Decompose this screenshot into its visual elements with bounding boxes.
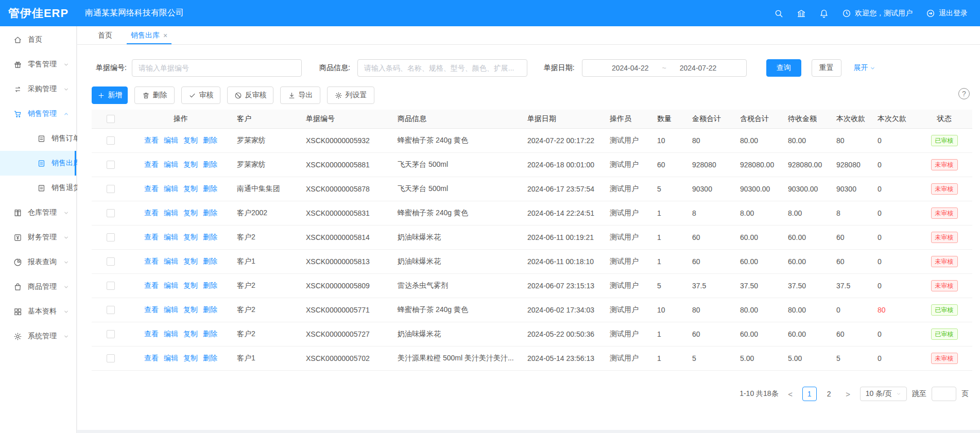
tab-sales-outbound[interactable]: 销售出库 × [122, 26, 177, 44]
sidebar-item-warehouse[interactable]: 仓库管理 [0, 200, 76, 225]
row-checkbox[interactable] [107, 257, 115, 266]
copy-link[interactable]: 复制 [183, 354, 198, 363]
table-row[interactable]: 查看 编辑 复制 删除 罗莱家纺 XSCK00000005932 蜂蜜柚子茶 2… [92, 128, 972, 152]
copy-link[interactable]: 复制 [183, 281, 198, 290]
reset-button[interactable]: 重置 [812, 59, 841, 77]
table-row[interactable]: 查看 编辑 复制 删除 客户2 XSCK00000005809 雷达杀虫气雾剂 … [92, 273, 972, 298]
sidebar-item-basic-data[interactable]: 基本资料 [0, 299, 76, 324]
table-row[interactable]: 查看 编辑 复制 删除 罗莱家纺 XSCK00000005881 飞天茅台 50… [92, 152, 972, 177]
sidebar-item-sales-return[interactable]: 销售退货 [0, 176, 76, 200]
sidebar-item-finance[interactable]: 财务管理 [0, 225, 76, 250]
logout-button[interactable]: 退出登录 [926, 9, 968, 18]
column-settings-button[interactable]: 列设置 [327, 86, 374, 104]
delete-link[interactable]: 删除 [203, 257, 217, 266]
view-link[interactable]: 查看 [144, 330, 159, 339]
bill-no-input[interactable] [132, 59, 302, 77]
bank-icon[interactable] [797, 9, 806, 18]
table-row[interactable]: 查看 编辑 复制 删除 客户2002 XSCK00000005831 蜂蜜柚子茶… [92, 201, 972, 225]
copy-link[interactable]: 复制 [183, 209, 198, 218]
sidebar-item-sales[interactable]: 销售管理 [0, 101, 76, 126]
row-checkbox[interactable] [107, 185, 115, 193]
product-info-input[interactable] [357, 59, 527, 77]
row-checkbox[interactable] [107, 306, 115, 314]
expand-link[interactable]: 展开 [854, 63, 875, 73]
copy-link[interactable]: 复制 [183, 257, 198, 266]
edit-link[interactable]: 编辑 [164, 184, 178, 194]
table-row[interactable]: 查看 编辑 复制 删除 客户1 XSCK00000005702 美汁源果粒橙 5… [92, 346, 972, 370]
date-start[interactable]: 2024-04-22 [612, 64, 649, 72]
view-link[interactable]: 查看 [144, 281, 159, 290]
date-end[interactable]: 2024-07-22 [680, 64, 717, 72]
tab-close-icon[interactable]: × [163, 31, 167, 40]
table-row[interactable]: 查看 编辑 复制 删除 南通中集集团 XSCK00000005878 飞天茅台 … [92, 177, 972, 201]
table-row[interactable]: 查看 编辑 复制 删除 客户2 XSCK00000005814 奶油味爆米花 2… [92, 225, 972, 249]
delete-link[interactable]: 删除 [203, 136, 217, 145]
copy-link[interactable]: 复制 [183, 160, 198, 169]
copy-link[interactable]: 复制 [183, 305, 198, 315]
delete-link[interactable]: 删除 [203, 305, 217, 315]
view-link[interactable]: 查看 [144, 354, 159, 363]
audit-button[interactable]: 审核 [181, 86, 220, 104]
edit-link[interactable]: 编辑 [164, 281, 178, 290]
export-button[interactable]: 导出 [280, 86, 320, 104]
page-number-1[interactable]: 1 [802, 387, 817, 401]
row-checkbox[interactable] [107, 282, 115, 290]
row-checkbox[interactable] [107, 233, 115, 241]
bell-icon[interactable] [819, 9, 829, 18]
next-page-button[interactable]: > [841, 387, 855, 401]
select-all-checkbox[interactable] [107, 115, 115, 123]
row-checkbox[interactable] [107, 136, 115, 145]
edit-link[interactable]: 编辑 [164, 305, 178, 315]
prev-page-button[interactable]: < [784, 387, 797, 401]
edit-link[interactable]: 编辑 [164, 330, 178, 339]
copy-link[interactable]: 复制 [183, 136, 198, 145]
table-row[interactable]: 查看 编辑 复制 删除 客户2 XSCK00000005771 蜂蜜柚子茶 24… [92, 298, 972, 322]
view-link[interactable]: 查看 [144, 136, 159, 145]
table-row[interactable]: 查看 编辑 复制 删除 客户1 XSCK00000005813 奶油味爆米花 2… [92, 249, 972, 273]
edit-link[interactable]: 编辑 [164, 354, 178, 363]
edit-link[interactable]: 编辑 [164, 209, 178, 218]
jump-page-input[interactable] [932, 387, 956, 401]
delete-link[interactable]: 删除 [203, 184, 217, 194]
view-link[interactable]: 查看 [144, 209, 159, 218]
view-link[interactable]: 查看 [144, 305, 159, 315]
sidebar-item-system[interactable]: 系统管理 [0, 324, 76, 349]
delete-button[interactable]: 删除 [134, 86, 175, 104]
row-checkbox[interactable] [107, 330, 115, 338]
copy-link[interactable]: 复制 [183, 184, 198, 194]
delete-link[interactable]: 删除 [203, 354, 217, 363]
search-button[interactable]: 查询 [766, 59, 801, 77]
page-number-2[interactable]: 2 [822, 387, 836, 401]
unaudit-button[interactable]: 反审核 [227, 86, 273, 104]
search-icon[interactable] [774, 9, 783, 18]
copy-link[interactable]: 复制 [183, 330, 198, 339]
edit-link[interactable]: 编辑 [164, 257, 178, 266]
sidebar-item-reports[interactable]: 报表查询 [0, 250, 76, 274]
sidebar-item-purchase[interactable]: 采购管理 [0, 77, 76, 101]
view-link[interactable]: 查看 [144, 160, 159, 169]
help-icon[interactable]: ? [958, 88, 970, 99]
delete-link[interactable]: 删除 [203, 330, 217, 339]
copy-link[interactable]: 复制 [183, 233, 198, 242]
sidebar-item-home[interactable]: 首页 [0, 27, 76, 52]
add-button[interactable]: 新增 [92, 86, 128, 104]
date-range-picker[interactable]: 2024-04-22 ~ 2024-07-22 [582, 59, 747, 77]
edit-link[interactable]: 编辑 [164, 233, 178, 242]
table-row[interactable]: 查看 编辑 复制 删除 客户2 XSCK00000005727 奶油味爆米花 2… [92, 322, 972, 346]
view-link[interactable]: 查看 [144, 257, 159, 266]
row-checkbox[interactable] [107, 354, 115, 362]
page-size-select[interactable]: 10 条/页 [860, 387, 907, 401]
delete-link[interactable]: 删除 [203, 209, 217, 218]
row-checkbox[interactable] [107, 161, 115, 169]
delete-link[interactable]: 删除 [203, 233, 217, 242]
sidebar-item-retail[interactable]: 零售管理 [0, 52, 76, 77]
edit-link[interactable]: 编辑 [164, 136, 178, 145]
sidebar-item-products[interactable]: 商品管理 [0, 274, 76, 299]
row-checkbox[interactable] [107, 209, 115, 217]
delete-link[interactable]: 删除 [203, 160, 217, 169]
sidebar-item-sales-order[interactable]: 销售订单 [0, 126, 76, 151]
delete-link[interactable]: 删除 [203, 281, 217, 290]
sidebar-item-sales-outbound[interactable]: 销售出库 [0, 151, 76, 176]
view-link[interactable]: 查看 [144, 233, 159, 242]
tab-home[interactable]: 首页 [89, 26, 122, 44]
